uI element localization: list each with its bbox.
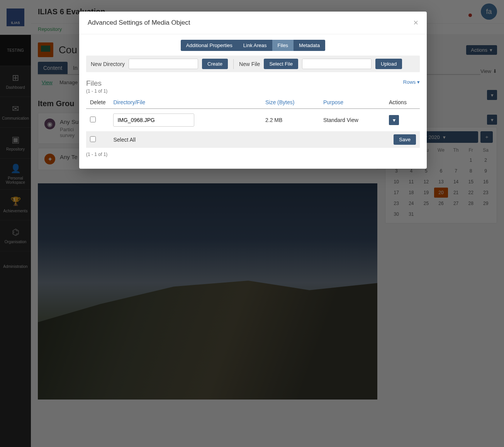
modal-tabs: Additional Properties Link Areas Files M… (86, 40, 420, 51)
files-heading: Files (86, 79, 420, 88)
select-all-label: Select All (109, 131, 261, 148)
upload-button[interactable]: Upload (375, 59, 402, 69)
separator (233, 59, 234, 69)
modal-toolbar: New Directory Create New File Select Fil… (86, 56, 420, 72)
col-delete: Delete (86, 96, 109, 109)
files-range: (1 - 1 of 1) (86, 88, 420, 94)
col-actions: Actions (385, 96, 420, 109)
select-all-checkbox[interactable] (90, 136, 96, 142)
col-purpose[interactable]: Purpose (319, 96, 385, 109)
close-icon[interactable]: × (413, 19, 418, 27)
row-actions-button[interactable]: ▾ (389, 115, 399, 125)
new-directory-label: New Directory (91, 61, 125, 67)
tab-additional-properties[interactable]: Additional Properties (181, 40, 238, 51)
filename-input[interactable] (113, 113, 194, 127)
modal-title: Advanced Settings of Media Object (88, 19, 190, 27)
new-file-label: New File (239, 61, 260, 67)
files-table: Delete Directory/File Size (Bytes) Purpo… (86, 96, 420, 148)
select-file-button[interactable]: Select File (264, 59, 298, 69)
files-range-bottom: (1 - 1 of 1) (86, 152, 420, 157)
rows-dropdown[interactable]: Rows ▾ (403, 79, 420, 85)
file-path-input[interactable] (302, 59, 372, 69)
tab-files[interactable]: Files (272, 40, 294, 51)
col-size[interactable]: Size (Bytes) (261, 96, 319, 109)
file-purpose: Standard View (319, 109, 385, 132)
file-size: 2.2 MB (261, 109, 319, 132)
table-row: 2.2 MB Standard View ▾ (86, 109, 420, 132)
tab-link-areas[interactable]: Link Areas (238, 40, 272, 51)
row-checkbox[interactable] (90, 117, 96, 122)
new-directory-input[interactable] (129, 59, 198, 69)
modal: Advanced Settings of Media Object × Addi… (79, 12, 427, 169)
create-button[interactable]: Create (202, 59, 228, 69)
table-footer-row: Select All Save (86, 131, 420, 148)
modal-header: Advanced Settings of Media Object × (79, 12, 427, 34)
save-button[interactable]: Save (394, 134, 416, 145)
tab-metadata[interactable]: Metadata (294, 40, 325, 51)
col-directory-file[interactable]: Directory/File (109, 96, 261, 109)
